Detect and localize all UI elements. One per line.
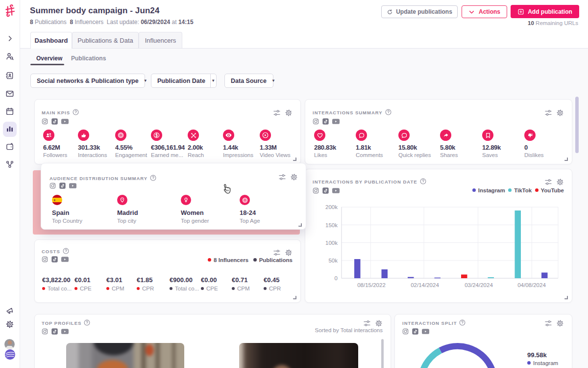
svg-text:04/08/2024: 04/08/2024 xyxy=(517,282,546,288)
svg-text:08/15/2022: 08/15/2022 xyxy=(357,282,386,288)
svg-text:100k: 100k xyxy=(325,240,338,246)
svg-text:200k: 200k xyxy=(325,204,338,210)
svg-text:03/24/2024: 03/24/2024 xyxy=(465,282,493,288)
svg-text:50k: 50k xyxy=(328,258,338,263)
svg-text:02/14/2024: 02/14/2024 xyxy=(411,282,439,288)
svg-text:0: 0 xyxy=(335,275,338,281)
svg-text:150k: 150k xyxy=(325,222,338,228)
